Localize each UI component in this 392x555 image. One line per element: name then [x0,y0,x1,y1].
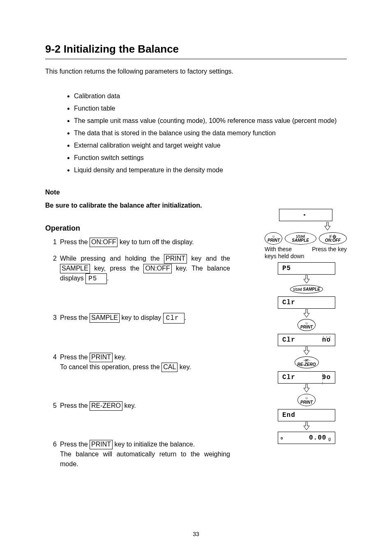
step-2: 2 While pressing and holding the PRINT k… [45,254,230,284]
key-text: RE-ZERO [297,362,316,367]
diagram-flow: P5 1/10d SAMPLE Clr ☺ PRINT Clr ⅼ ⅼ ⅼno … [270,262,344,444]
display-value: ⅼ ⅼ ⅼno [322,335,331,345]
step-body: Press the RE-ZERO key. [60,401,230,411]
step-number: 5 [49,401,60,411]
caption-left: With these keys held down [265,246,304,260]
list-item: Function table [74,104,347,113]
text: . [184,314,186,321]
title-underline [45,59,347,59]
list-item: External calibration weight and target w… [74,141,347,150]
lcd-weight: O 0.00 g [278,432,335,444]
step-4: 4 Press the PRINT key. To cancel this op… [45,352,230,372]
key-label: PRINT [90,440,113,449]
page-number: 33 [0,530,392,539]
key-text: SAMPLE [303,287,320,291]
rezero-key-icon: →0/T← RE-ZERO [270,356,344,368]
step-number: 1 [49,237,60,247]
lcd-clr-no: Clr ⅼ ⅼ ⅼno [278,334,335,346]
stable-icon: O [281,436,284,442]
onoff-key-icon: I/ ⏻ ON:OFF [319,232,347,245]
key-text: ON:OFF [325,238,341,243]
key-text: PRINT [300,325,313,329]
key-label: CAL [161,363,178,372]
key-label: RE-ZERO [90,401,122,411]
display-value: Clr [282,298,295,308]
text: key to turn off the display. [118,238,194,245]
step-number: 6 [49,439,60,469]
list-item: Function switch settings [74,153,347,163]
sample-key-icon: 1/10d SAMPLE [285,232,316,245]
step-5: 5 Press the RE-ZERO key. [45,401,230,411]
key-text: 1/10d [293,287,302,291]
list-item: The data that is stored in the balance u… [74,128,347,138]
text: The balance will automatically return to… [60,451,230,467]
key-label: SAMPLE [90,313,120,323]
bullet-list: Calibration data Function table The samp… [74,91,347,175]
text: key to initialize the balance. [113,441,195,448]
arrow-down-icon [270,422,344,431]
step-body: While pressing and holding the PRINT key… [60,254,230,284]
text: While pressing and holding the [60,255,164,262]
key-row: ☺ PRINT 1/10d SAMPLE I/ ⏻ ON:OFF [265,232,347,245]
lcd-ps: P5 [278,262,335,275]
text: key. [113,354,126,361]
step-1: 1 Press the ON:OFF key to turn off the d… [45,237,230,247]
text: . [107,275,108,282]
display-value: Clr [282,335,295,345]
display-value: Clr [282,372,295,382]
text: Press the [60,238,90,245]
arrow-down-icon [270,275,344,284]
print-key-icon: ☺ PRINT [270,319,344,331]
list-item: Liquid density and temperature in the de… [74,165,347,175]
lcd-end: End [278,409,335,421]
lcd-off [279,209,332,221]
step-number: 3 [49,313,60,324]
step-6: 6 Press the PRINT key to initialize the … [45,439,230,469]
text: key to display [120,314,163,321]
display-value: 0.00 [309,433,326,443]
key-text: SAMPLE [292,238,309,243]
key-label: PRINT [164,254,187,264]
display-value: P5 [85,273,107,284]
diagram-top: ☺ PRINT 1/10d SAMPLE I/ ⏻ ON:OFF With th… [265,209,347,260]
arrow-down-icon [270,384,344,393]
text: key. [178,363,191,370]
section-title: 9-2 Initializing the Balance [45,41,347,57]
key-label: PRINT [90,353,113,362]
lcd-clr: Clr [278,296,335,309]
arrow-down-icon [270,347,344,356]
step-3: 3 Press the SAMPLE key to display Clr . [45,313,230,324]
key-label: ON:OFF [143,264,171,273]
unit-label: g [328,436,331,444]
display-value: P5 [282,264,291,273]
key-label: SAMPLE [60,264,90,273]
text: Press the [60,354,90,361]
display-value: End [282,410,295,420]
caption-right: Press the key [312,246,347,260]
key-text: PRINT [300,400,313,405]
step-number: 4 [49,352,60,372]
text: Press the [60,314,90,321]
list-item: The sample unit mass value (counting mod… [74,116,347,126]
step-body: Press the SAMPLE key to display Clr . [60,313,230,324]
sample-key-icon: 1/10d SAMPLE [270,285,344,294]
arrow-down-icon [265,222,347,231]
step-number: 2 [49,254,60,284]
key-label: ON:OFF [90,238,118,247]
step-body: Press the PRINT key. To cancel this oper… [60,352,230,372]
text: key and the [187,255,230,262]
arrow-down-icon [270,309,344,319]
key-text: PRINT [267,238,280,243]
text: To cancel this operation, press the [60,363,161,370]
print-key-icon: ☺ PRINT [270,394,344,406]
text: Press the [60,441,90,448]
lcd-clr-go: Clr ⅼ ⅼ ⅼ9o [278,371,335,384]
caption-row: With these keys held down Press the key [265,246,347,260]
display-value: ⅼ ⅼ ⅼ9o [322,372,331,382]
print-key-icon: ☺ PRINT [265,232,282,245]
text: key. [122,402,136,409]
note-heading: Note [45,187,347,197]
display-value: Clr [163,313,184,324]
step-body: Press the PRINT key to initialize the ba… [60,439,230,469]
step-body: Press the ON:OFF key to turn off the dis… [60,237,230,247]
